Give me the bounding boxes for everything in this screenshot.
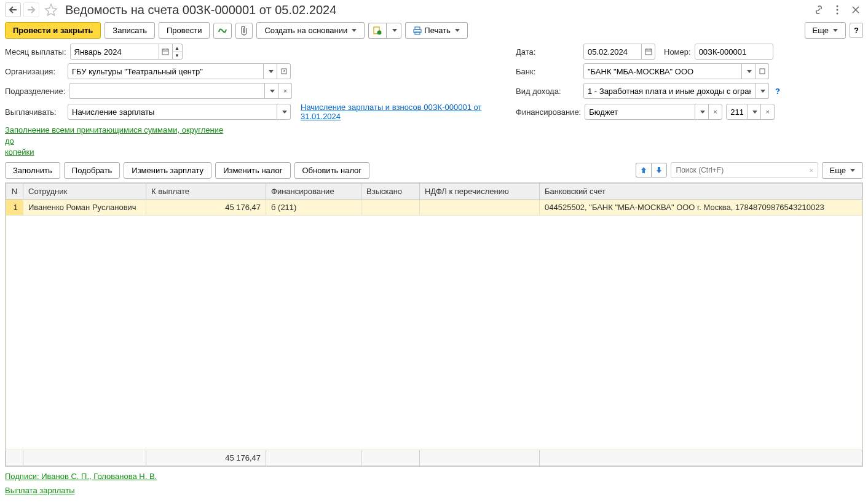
fill-all-link[interactable]: Заполнение всеми причитающимися суммами,… bbox=[5, 125, 223, 157]
dropdown-icon[interactable] bbox=[277, 104, 291, 120]
search-input-wrap[interactable]: × bbox=[671, 162, 818, 178]
create-based-on-button[interactable]: Создать на основании bbox=[256, 22, 365, 39]
dept-label: Подразделение: bbox=[5, 87, 65, 96]
open-icon[interactable] bbox=[756, 63, 769, 79]
update-tax-button[interactable]: Обновить налог bbox=[294, 162, 370, 179]
open-icon[interactable] bbox=[277, 63, 291, 79]
date-label: Дата: bbox=[516, 47, 580, 57]
dropdown-icon[interactable] bbox=[756, 83, 769, 99]
col-n[interactable]: N bbox=[6, 183, 23, 199]
favorite-star-icon[interactable] bbox=[44, 3, 58, 17]
chevron-down-icon bbox=[833, 29, 838, 32]
close-icon[interactable] bbox=[848, 2, 863, 17]
kebab-menu-icon[interactable] bbox=[830, 2, 845, 17]
nav-forward-button[interactable] bbox=[23, 2, 39, 17]
dept-input[interactable] bbox=[69, 83, 265, 99]
col-employee[interactable]: Сотрудник bbox=[23, 183, 146, 199]
fin-label: Финансирование: bbox=[516, 107, 581, 117]
svg-rect-8 bbox=[162, 49, 168, 55]
attach-button[interactable] bbox=[235, 23, 253, 39]
month-up[interactable]: ▲ bbox=[173, 44, 183, 52]
clear-icon[interactable]: × bbox=[761, 104, 775, 120]
chevron-down-icon bbox=[850, 169, 855, 172]
svg-point-2 bbox=[837, 13, 838, 15]
org-label: Организация: bbox=[5, 67, 64, 76]
printer-icon bbox=[413, 26, 422, 35]
calendar-icon[interactable] bbox=[642, 44, 655, 60]
bank-label: Банк: bbox=[516, 67, 580, 76]
search-input[interactable] bbox=[675, 165, 809, 175]
total-topay: 45 176,47 bbox=[146, 450, 266, 466]
chevron-down-icon bbox=[392, 29, 397, 32]
number-input[interactable] bbox=[695, 44, 773, 60]
svg-rect-9 bbox=[645, 49, 652, 55]
chevron-down-icon bbox=[352, 29, 357, 32]
print-button[interactable]: Печать bbox=[405, 22, 468, 39]
col-ndfl[interactable]: НДФЛ к перечислению bbox=[420, 183, 540, 199]
accrual-link[interactable]: Начисление зарплаты и взносов 00ЗК-00000… bbox=[301, 103, 512, 121]
svg-rect-11 bbox=[760, 69, 765, 74]
dropdown-icon[interactable] bbox=[742, 63, 756, 79]
page-title: Ведомость на счета 00ЗК-000001 от 05.02.… bbox=[65, 3, 809, 17]
report-button[interactable] bbox=[368, 23, 386, 39]
table-more-button[interactable]: Еще bbox=[822, 162, 863, 179]
svg-rect-7 bbox=[415, 32, 420, 34]
income-type-input[interactable] bbox=[583, 83, 756, 99]
dropdown-icon[interactable] bbox=[695, 104, 709, 120]
salary-payment-link[interactable]: Выплата зарплаты bbox=[5, 486, 75, 495]
col-fin[interactable]: Финансирование bbox=[266, 183, 361, 199]
fin-input[interactable] bbox=[585, 104, 695, 120]
fill-button[interactable]: Заполнить bbox=[5, 162, 60, 179]
clear-icon[interactable]: × bbox=[709, 104, 722, 120]
signatures-link[interactable]: Подписи: Иванов С. П., Голованова Н. В. bbox=[5, 472, 157, 481]
col-collected[interactable]: Взыскано bbox=[361, 183, 420, 199]
number-label: Номер: bbox=[664, 47, 691, 57]
table-row[interactable]: 1 Иваненко Роман Русланович 45 176,47 б … bbox=[6, 199, 862, 215]
post-button[interactable]: Провести bbox=[159, 22, 210, 39]
move-down-button[interactable] bbox=[651, 163, 667, 177]
date-input[interactable] bbox=[583, 44, 642, 60]
calendar-icon[interactable] bbox=[159, 44, 173, 60]
chevron-down-icon bbox=[455, 29, 460, 32]
income-type-label: Вид дохода: bbox=[516, 87, 580, 96]
move-up-button[interactable] bbox=[636, 163, 651, 177]
svg-point-4 bbox=[377, 30, 382, 34]
month-input[interactable] bbox=[70, 44, 159, 60]
change-tax-button[interactable]: Изменить налог bbox=[215, 162, 290, 179]
dropdown-icon[interactable] bbox=[265, 83, 278, 99]
dropdown-icon[interactable] bbox=[264, 63, 277, 79]
col-topay[interactable]: К выплате bbox=[146, 183, 266, 199]
pay-input[interactable] bbox=[68, 104, 277, 120]
more-button[interactable]: Еще bbox=[805, 22, 846, 39]
fin-code-input[interactable] bbox=[726, 104, 748, 120]
nav-back-button[interactable] bbox=[5, 2, 21, 17]
link-icon[interactable] bbox=[811, 2, 826, 17]
save-button[interactable]: Записать bbox=[105, 22, 155, 39]
svg-point-0 bbox=[837, 6, 838, 7]
clear-icon[interactable]: × bbox=[809, 166, 814, 175]
dropdown-icon[interactable] bbox=[748, 104, 761, 120]
svg-point-1 bbox=[837, 9, 838, 11]
help-button[interactable]: ? bbox=[850, 23, 863, 38]
pay-label: Выплачивать: bbox=[5, 107, 64, 117]
clear-icon[interactable]: × bbox=[278, 83, 292, 99]
month-label: Месяц выплаты: bbox=[5, 47, 66, 57]
bank-input[interactable] bbox=[583, 63, 742, 79]
pick-button[interactable]: Подобрать bbox=[64, 162, 120, 179]
col-account[interactable]: Банковский счет bbox=[540, 183, 862, 199]
month-down[interactable]: ▼ bbox=[173, 52, 183, 60]
help-icon[interactable]: ? bbox=[775, 87, 780, 96]
post-and-close-button[interactable]: Провести и закрыть bbox=[5, 22, 101, 39]
org-input[interactable] bbox=[68, 63, 264, 79]
change-salary-button[interactable]: Изменить зарплату bbox=[124, 162, 211, 179]
dt-kt-button[interactable] bbox=[213, 23, 232, 39]
report-dropdown[interactable] bbox=[386, 23, 401, 39]
